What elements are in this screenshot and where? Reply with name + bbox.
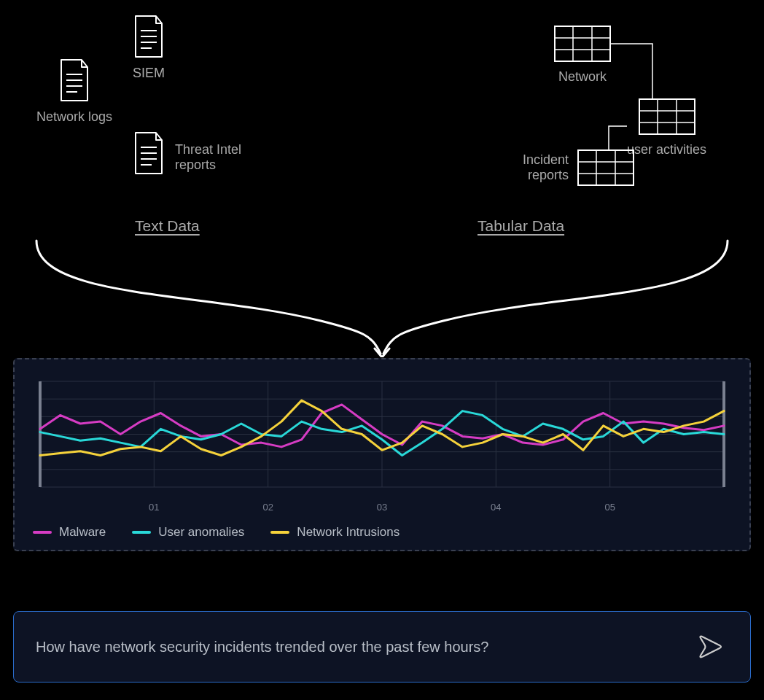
document-icon <box>57 58 92 102</box>
source-label: user activities <box>627 142 706 158</box>
source-network-table: Network <box>554 26 611 85</box>
converge-brace <box>0 233 764 357</box>
source-incident-reports: Incident reports <box>510 149 634 186</box>
document-icon <box>131 131 166 175</box>
document-icon <box>131 15 166 58</box>
table-icon <box>554 26 611 62</box>
text-data-title: Text Data <box>135 217 200 235</box>
x-tick-label: 03 <box>377 502 387 513</box>
source-label: Incident reports <box>510 152 569 183</box>
x-tick-label: 02 <box>262 502 273 513</box>
legend-swatch <box>270 531 289 534</box>
legend-label: Malware <box>59 525 106 540</box>
x-axis-labels: 0102030405 <box>33 502 731 516</box>
prompt-input-box[interactable]: How have network security incidents tren… <box>13 611 751 682</box>
source-network-logs: Network logs <box>36 58 112 125</box>
line-chart <box>33 374 731 502</box>
svg-rect-12 <box>555 26 610 61</box>
source-siem: SIEM <box>131 15 166 81</box>
legend-swatch <box>132 531 151 534</box>
svg-rect-17 <box>639 99 695 134</box>
legend-label: Network Intrusions <box>297 525 399 540</box>
table-icon <box>639 98 695 135</box>
x-tick-label: 01 <box>149 502 159 513</box>
table-icon <box>577 149 634 186</box>
source-label: Threat Intel reports <box>175 142 255 173</box>
svg-rect-22 <box>578 150 634 185</box>
legend-item: Network Intrusions <box>270 525 399 540</box>
send-icon <box>696 632 725 661</box>
send-button[interactable] <box>693 629 728 664</box>
source-label: SIEM <box>131 66 166 81</box>
x-tick-label: 05 <box>604 502 615 513</box>
legend-label: User anomalies <box>158 525 244 540</box>
source-label: Network logs <box>36 109 112 125</box>
svg-rect-34 <box>39 381 42 487</box>
chart-legend: MalwareUser anomaliesNetwork Intrusions <box>33 525 731 540</box>
chart-panel: 0102030405 MalwareUser anomaliesNetwork … <box>13 358 751 551</box>
chart-area <box>33 374 731 502</box>
legend-item: User anomalies <box>132 525 244 540</box>
legend-swatch <box>33 531 52 534</box>
prompt-text: How have network security incidents tren… <box>36 639 488 656</box>
source-label: Network <box>554 69 611 85</box>
tabular-data-title: Tabular Data <box>478 217 564 235</box>
data-sources-section: Network logs SIEM Threat Intel reports T <box>0 0 764 233</box>
x-tick-label: 04 <box>491 502 501 513</box>
source-threat-intel: Threat Intel reports <box>131 131 255 175</box>
source-user-activities: user activities <box>627 98 706 158</box>
legend-item: Malware <box>33 525 106 540</box>
